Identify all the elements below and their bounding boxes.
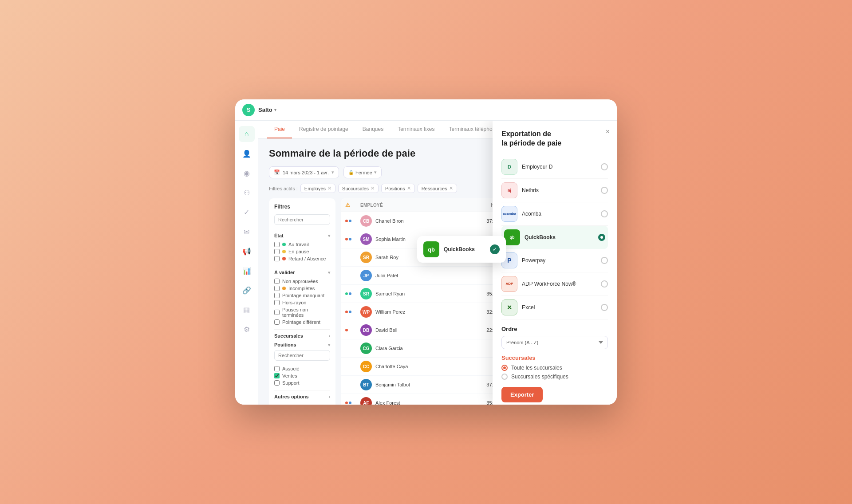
succursales-specific-option[interactable]: Succursales spécifiques [501,374,608,380]
indicator-dot [345,329,348,331]
sidebar-clock-icon[interactable]: ◉ [239,165,255,181]
filter-support[interactable]: Support [274,379,330,386]
avatar: DB [360,324,372,336]
filter-ventes[interactable]: Ventes [274,372,330,379]
main-content: Paie Registre de pointage Banques Termin… [258,121,617,405]
warning-cell [341,267,356,285]
checkbox-hors-rayon[interactable] [274,300,280,305]
export-option-nethris[interactable]: nj Nethris [501,179,608,202]
status-badge[interactable]: 🔒 Fermée ▾ [343,166,382,178]
checkbox-ventes[interactable] [274,373,280,378]
filter-tag-succursales[interactable]: Succursales ✕ [338,184,379,193]
autres-options-section[interactable]: Autres options › [274,394,330,399]
remove-filter-succursales[interactable]: ✕ [371,185,375,191]
export-option-adp[interactable]: ADP ADP WorkForce Now® [501,272,608,296]
checkbox-incompletes[interactable] [274,286,280,291]
export-button[interactable]: Exporter [501,387,543,402]
chevron-icon: ▾ [331,169,334,175]
checkbox-pointage-manquant[interactable] [274,293,280,298]
radio-powerpay[interactable] [601,257,608,264]
radio-employer-d[interactable] [601,163,608,170]
avatar: SR [360,288,372,299]
ordre-select[interactable]: Prénom (A - Z) [501,336,608,349]
export-option-powerpay[interactable]: P Powerpay [501,249,608,272]
indicator-dot [349,402,351,404]
checkbox-pointage-different[interactable] [274,319,280,325]
filter-pointage-different[interactable]: Pointage différent [274,319,330,326]
dots-indicator [345,220,351,222]
filters-search-input[interactable] [274,214,330,225]
avatar: BT [360,379,372,390]
checkbox-pauses[interactable] [274,310,280,315]
brand-name: Salto [258,106,272,113]
radio-specific-succursales[interactable] [501,374,508,380]
radio-acomba[interactable] [601,210,608,217]
filter-non-approuvees[interactable]: Non approuvées [274,278,330,285]
filter-au-travail[interactable]: Au travail [274,241,330,248]
filter-associe[interactable]: Associé [274,365,330,372]
filter-pauses-non-terminees[interactable]: Pauses non terminées [274,306,330,319]
nethris-logo: nj [501,182,517,198]
radio-quickbooks[interactable] [598,234,605,241]
tab-banques[interactable]: Banques [355,121,390,138]
tab-registre[interactable]: Registre de pointage [292,121,355,138]
remove-filter-ressources[interactable]: ✕ [449,185,453,191]
modal-title: Exportation dela période de paie [501,130,608,148]
sidebar-check-icon[interactable]: ✓ [239,204,255,220]
radio-adp[interactable] [601,280,608,287]
dots-indicator [345,292,351,295]
checkbox-support[interactable] [274,380,280,386]
chevron-down-icon[interactable]: ▾ [274,107,276,112]
radio-nethris[interactable] [601,187,608,194]
checkbox-au-travail[interactable] [274,242,280,247]
ordre-heading: Ordre [501,326,608,332]
filter-tag-ressources[interactable]: Ressources ✕ [418,184,457,193]
radio-all-succursales[interactable] [501,365,508,371]
filter-retard-absence[interactable]: Retard / Absence [274,255,330,262]
filter-en-pause[interactable]: En pause [274,248,330,255]
sidebar-announce-icon[interactable]: 📢 [239,243,255,259]
sidebar-team-icon[interactable]: ⚇ [239,185,255,201]
sidebar-message-icon[interactable]: ✉ [239,224,255,240]
warning-cell [341,321,356,339]
remove-filter-employes[interactable]: ✕ [327,185,331,191]
warning-cell [341,339,356,358]
export-option-quickbooks[interactable]: qb QuickBooks [501,226,608,249]
employee-name: Benjamin Talbot [375,382,410,387]
etat-section: État ▾ [274,233,330,238]
tab-paie[interactable]: Paie [267,121,292,138]
checkbox-non-approuvees[interactable] [274,279,280,284]
remove-filter-positions[interactable]: ✕ [407,185,411,191]
date-filter[interactable]: 📅 14 mars 2023 - 1 avr. ▾ [269,166,339,178]
succursales-section[interactable]: Succursales › [274,333,330,339]
checkbox-en-pause[interactable] [274,249,280,254]
sidebar-settings-icon[interactable]: ⚙ [239,321,255,337]
export-option-excel[interactable]: ✕ Excel [501,296,608,319]
filter-pointage-manquant[interactable]: Pointage manquant [274,292,330,299]
lock-icon: 🔒 [348,170,354,175]
indicator-dot [345,292,348,295]
filter-tag-positions[interactable]: Positions ✕ [381,184,415,193]
warning-cell [341,230,356,248]
employee-cell: CG Clara Garcia [356,339,464,358]
export-option-acomba[interactable]: acamba Acomba [501,202,608,226]
sidebar-home-icon[interactable]: ⌂ [239,126,255,142]
radio-excel[interactable] [601,304,608,311]
dots-indicator [345,238,351,240]
filter-hors-rayon[interactable]: Hors-rayon [274,299,330,306]
sidebar-org-icon[interactable]: 🔗 [239,282,255,298]
checkbox-associe[interactable] [274,366,280,371]
sidebar-chart-icon[interactable]: 📊 [239,263,255,279]
export-option-employer-d[interactable]: D Employeur D [501,155,608,179]
succursales-all-option[interactable]: Toute les succursales [501,365,608,371]
modal-close-button[interactable]: × [606,128,610,136]
adp-logo: ADP [501,276,517,292]
filter-incompletes[interactable]: Incomplètes [274,285,330,292]
tab-terminaux-fixes[interactable]: Terminaux fixes [390,121,442,138]
sidebar-table-icon[interactable]: ▦ [239,302,255,318]
sidebar-users-icon[interactable]: 👤 [239,146,255,161]
checkbox-retard-absence[interactable] [274,256,280,261]
filter-tag-employes[interactable]: Employés ✕ [300,184,335,193]
positions-search-input[interactable] [274,350,330,361]
indicator-dot [349,311,351,313]
